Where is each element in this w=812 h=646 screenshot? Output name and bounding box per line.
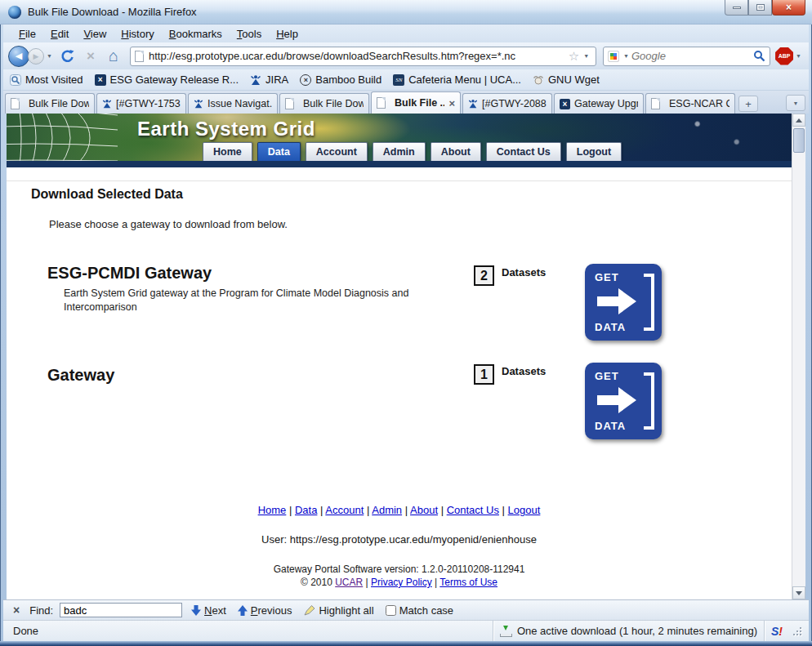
nav-logout[interactable]: Logout [566, 142, 622, 161]
menu-help[interactable]: Help [269, 26, 306, 42]
resize-grip[interactable] [792, 626, 802, 636]
bookmark-bamboo-build[interactable]: × Bamboo Build [300, 74, 381, 86]
get-data-button[interactable]: GET DATA [585, 264, 662, 341]
arrow-down-icon [191, 605, 201, 616]
page-icon [377, 97, 386, 109]
search-engine-dropdown-icon[interactable]: ▼ [623, 53, 629, 59]
arrow-down-icon [796, 591, 802, 599]
tab-esg-ncar-gateway[interactable]: ESG-NCAR Ga... [645, 93, 735, 114]
bookmark-star-icon[interactable]: ☆ [569, 49, 579, 64]
refresh-button[interactable] [58, 47, 78, 66]
status-text: Done [10, 625, 493, 637]
page-icon [11, 98, 20, 109]
bookmark-most-visited[interactable]: Most Visited [10, 74, 83, 86]
tab-gtwy-2088[interactable]: [#GTWY-2088... [462, 93, 552, 114]
nav-home[interactable]: Home [203, 142, 252, 161]
dataset-count: 2 [474, 265, 494, 286]
menu-history[interactable]: History [114, 26, 161, 42]
nav-contact-us[interactable]: Contact Us [486, 142, 561, 161]
close-button[interactable]: × [772, 0, 805, 16]
separator: | [320, 504, 323, 516]
window-title-bar: Bulk File Download - Mozilla Firefox × [0, 0, 812, 25]
data-label: DATA [595, 420, 626, 432]
maximize-icon [756, 4, 765, 11]
nav-account[interactable]: Account [306, 142, 368, 161]
refresh-icon [60, 49, 75, 64]
tab-close-icon[interactable]: × [448, 98, 455, 109]
scroll-up-button[interactable] [792, 114, 805, 127]
bookmark-gnu-wget[interactable]: GNU Wget [533, 74, 600, 86]
footer-link-contact-us[interactable]: Contact Us [447, 504, 499, 516]
download-status-text: One active download (1 hour, 2 minutes r… [517, 625, 757, 637]
next-label: Next [204, 604, 226, 617]
bookmark-jira[interactable]: JIRA [250, 74, 288, 86]
bookmark-esg-gateway-release[interactable]: × ESG Gateway Release R... [95, 74, 239, 86]
menu-edit[interactable]: Edit [43, 26, 76, 42]
nav-data[interactable]: Data [257, 142, 301, 161]
download-status-panel[interactable]: One active download (1 hour, 2 minutes r… [493, 621, 764, 641]
tab-label: Bulk File Dow... [29, 98, 89, 109]
site-navigation: Home Data Account Admin About Contact Us… [203, 142, 622, 161]
privacy-policy-link[interactable]: Privacy Policy [371, 577, 432, 588]
minimize-button[interactable] [725, 0, 748, 16]
find-previous-button[interactable]: Previous [235, 604, 295, 617]
list-all-tabs-button[interactable]: ▼ [786, 95, 805, 111]
ucar-link[interactable]: UCAR [335, 577, 363, 588]
highlight-all-label: Highlight all [319, 604, 373, 617]
get-data-button[interactable]: GET DATA [585, 363, 662, 439]
tab-issue-navigator[interactable]: Issue Navigat... [188, 93, 278, 114]
terms-of-use-link[interactable]: Terms of Use [439, 577, 497, 588]
search-icon[interactable] [753, 50, 765, 62]
menu-tools[interactable]: Tools [230, 26, 269, 42]
vertical-scrollbar[interactable] [792, 114, 805, 599]
find-close-icon[interactable]: × [10, 604, 23, 617]
new-tab-button[interactable]: + [738, 96, 758, 112]
highlight-all-button[interactable]: Highlight all [301, 604, 376, 617]
maximize-button[interactable] [748, 0, 772, 16]
adblock-dropdown-icon[interactable]: ▼ [796, 53, 801, 59]
url-input[interactable] [149, 50, 567, 62]
forward-button[interactable]: ▶ [28, 48, 44, 65]
scrollbar-thumb[interactable] [793, 128, 805, 153]
tab-label: Issue Navigat... [207, 98, 272, 109]
url-dropdown-icon[interactable]: ▼ [583, 53, 589, 59]
separator: | [289, 504, 292, 516]
tab-bulk-file-download-active[interactable]: Bulk File ... × [371, 91, 461, 114]
bookmark-label: Cafeteria Menu | UCA... [408, 74, 521, 86]
url-bar: ☆ ▼ [130, 47, 596, 66]
stop-button[interactable]: × [81, 47, 100, 66]
tab-gtwy-1753[interactable]: [#GTWY-1753... [96, 93, 186, 114]
find-input[interactable] [60, 603, 182, 617]
history-dropdown-icon[interactable]: ▼ [47, 53, 52, 59]
download-icon [500, 626, 512, 637]
back-button[interactable]: ◀ [8, 46, 29, 67]
bookmark-cafeteria-menu[interactable]: SN Cafeteria Menu | UCA... [393, 74, 521, 86]
tab-bulk-file-download-2[interactable]: Bulk File Dow... [279, 93, 369, 114]
dataset-count: 1 [474, 364, 494, 385]
match-case-checkbox[interactable] [386, 605, 396, 616]
tab-bulk-file-download-1[interactable]: Bulk File Dow... [5, 93, 95, 114]
footer-link-admin[interactable]: Admin [372, 504, 402, 516]
match-case-label: Match case [399, 604, 453, 617]
nav-admin[interactable]: Admin [373, 142, 426, 161]
footer-link-logout[interactable]: Logout [508, 504, 541, 516]
browser-viewport: Earth System Grid Home Data Account Admi… [7, 114, 805, 599]
scroll-down-button[interactable] [792, 586, 805, 599]
nav-about[interactable]: About [431, 142, 481, 161]
footer-link-data[interactable]: Data [295, 504, 317, 516]
adblock-plus-icon[interactable]: ABP [775, 47, 793, 65]
footer-link-home[interactable]: Home [258, 504, 287, 516]
footer-link-account[interactable]: Account [325, 504, 364, 516]
find-next-button[interactable]: Next [189, 604, 229, 617]
separator: | [435, 577, 437, 588]
footer-link-about[interactable]: About [410, 504, 438, 516]
home-button[interactable]: ⌂ [104, 47, 123, 66]
tab-gateway-upgrade[interactable]: × Gateway Upgr... [554, 93, 644, 114]
software-version: Gateway Portal Software version: 1.2.0-2… [7, 564, 792, 575]
screengrab-panel[interactable]: S! [764, 621, 789, 641]
search-input[interactable] [631, 50, 753, 62]
menu-bookmarks[interactable]: Bookmarks [162, 26, 230, 42]
menu-view[interactable]: View [76, 26, 114, 42]
match-case-option[interactable]: Match case [383, 604, 456, 617]
menu-file[interactable]: File [11, 26, 43, 42]
